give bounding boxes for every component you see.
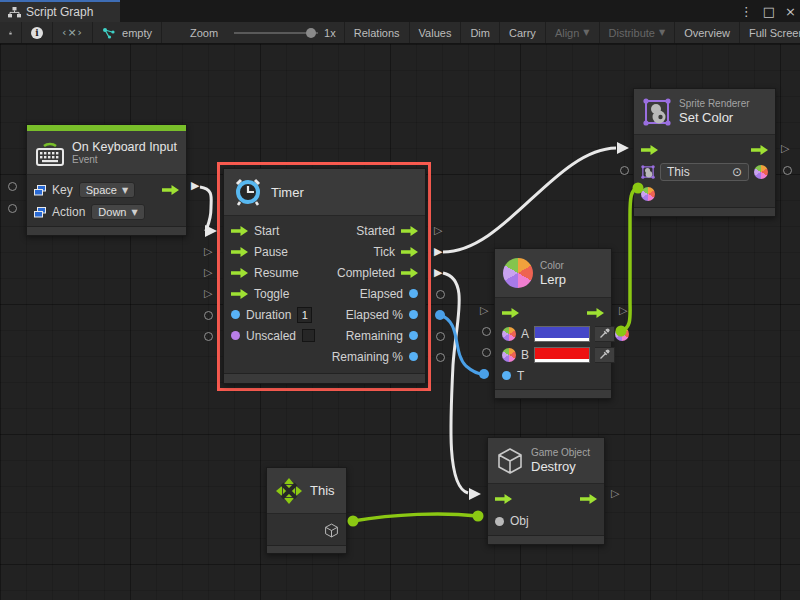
node-color-lerp[interactable]: Color Lerp A [494,248,612,399]
eyedropper-button[interactable] [595,326,615,342]
port-lerp-flow-in[interactable]: ▷ [480,306,488,316]
flow-input-arrow-icon [231,226,248,236]
port-timer-remainingpct-out[interactable] [436,353,445,362]
align-label: Align [555,27,579,39]
zoom-slider-handle[interactable] [306,28,316,38]
key-dropdown[interactable]: Space ▼ [79,182,135,198]
node-title: Lerp [540,272,566,287]
port-keyboard-key-in[interactable] [8,182,17,191]
distribute-label: Distribute [609,27,655,39]
destroy-flow-row [488,488,604,510]
node-on-keyboard-input[interactable]: On Keyboard Input Event Key Space ▼ [26,124,187,236]
lerp-t-row: T [495,365,611,386]
node-header[interactable]: Game Object Destroy [488,438,604,484]
unscaled-checkbox[interactable] [302,329,315,342]
timer-row-toggle-elapsed: Toggle Elapsed [224,283,425,304]
port-lerp-a-in[interactable] [482,327,491,336]
tab-script-graph[interactable]: Script Graph [0,0,120,22]
node-this[interactable]: This [266,467,347,554]
node-sprite-renderer-set-color[interactable]: Sprite Renderer Set Color This ⊙ [633,88,776,217]
flow-output-arrow-icon [401,268,418,278]
node-header[interactable]: Color Lerp [495,249,611,298]
maximize-icon[interactable]: □ [763,4,775,19]
node-title: This [310,483,335,498]
node-header[interactable]: Timer [224,169,425,216]
flow-output-arrow-icon [751,145,768,155]
overview-button[interactable]: Overview [675,22,740,43]
graph-name: empty [122,27,152,39]
node-footer [224,373,425,383]
node-game-object-destroy[interactable]: Game Object Destroy Obj [487,437,605,545]
node-category: Sprite Renderer [679,98,750,110]
flow-input-arrow-icon [231,268,248,278]
color-a-swatch [535,327,589,338]
variables-button[interactable]: ‹×› [53,22,93,43]
fullscreen-button[interactable]: Full Screen [740,22,800,43]
port-timer-unscaled-in[interactable] [204,332,213,341]
window-controls: ⋮ □ × [740,0,796,22]
node-header[interactable]: Sprite Renderer Set Color [634,89,775,135]
a-label: A [521,327,529,341]
dim-label: Dim [470,27,490,39]
node-footer [27,226,186,235]
action-label: Action [52,205,85,219]
values-label: Values [419,27,452,39]
elapsed-label: Elapsed [360,287,403,301]
port-keyboard-action-in[interactable] [8,204,17,213]
bool-port-icon [231,331,240,340]
port-timer-remaining-out[interactable] [436,332,445,341]
eyedropper-button[interactable] [595,347,615,363]
dim-button[interactable]: Dim [461,22,500,43]
start-label: Start [254,224,279,238]
info-icon: i [31,27,43,39]
port-timer-elapsed-out[interactable] [436,290,445,299]
port-timer-resume-in[interactable]: ▷ [204,268,212,278]
close-icon[interactable]: × [785,4,796,19]
lock-button[interactable] [0,22,22,43]
port-timer-tick-out[interactable]: ▶ [434,247,442,257]
port-sprite-result-out[interactable] [783,166,792,175]
values-button[interactable]: Values [410,22,462,43]
color-b-swatch [535,348,589,359]
graph-reference[interactable]: empty [93,22,162,43]
port-timer-completed-out[interactable]: ▶ [434,268,442,278]
port-timer-toggle-in[interactable]: ▷ [204,289,212,299]
node-title: Destroy [531,459,590,474]
caret-down-icon: ▼ [659,28,665,37]
resume-label: Resume [254,266,299,280]
port-destroy-flow-out[interactable]: ▷ [611,489,619,499]
color-b-field[interactable] [534,347,590,363]
port-timer-started-out[interactable]: ▷ [434,226,442,236]
port-timer-duration-in[interactable] [204,311,213,320]
menu-kebab-icon[interactable]: ⋮ [740,4,753,19]
node-footer [634,207,775,216]
port-sprite-flow-out[interactable]: ▷ [781,144,789,154]
duration-input[interactable]: 1 [297,307,312,323]
action-dropdown[interactable]: Down ▼ [91,204,144,220]
key-label: Key [52,183,73,197]
duration-label: Duration [246,308,291,322]
tab-title: Script Graph [26,5,93,19]
distribute-button[interactable]: Distribute ▼ [600,22,676,43]
port-lerp-flow-out[interactable]: ▷ [619,306,627,316]
target-object-field[interactable]: This ⊙ [660,163,749,181]
node-timer[interactable]: Timer Start Started Pause Tick Resume Co… [223,168,426,384]
node-header[interactable]: This [267,468,346,514]
relations-button[interactable]: Relations [345,22,410,43]
port-timer-pause-in[interactable]: ▷ [204,247,212,257]
object-picker-icon[interactable]: ⊙ [732,165,742,179]
carry-button[interactable]: Carry [500,22,546,43]
timer-row-start-started: Start Started [224,220,425,241]
align-button[interactable]: Align ▼ [546,22,600,43]
info-button[interactable]: i [22,22,53,43]
port-lerp-b-in[interactable] [482,348,491,357]
pause-label: Pause [254,245,288,259]
zoom-slider[interactable] [234,32,318,34]
port-keyboard-flow-out[interactable]: ▶ [191,181,199,191]
color-a-field[interactable] [534,326,590,342]
timer-row-remainingpct: Remaining % [224,346,425,367]
started-label: Started [356,224,395,238]
lerp-a-row: A [495,323,611,344]
node-header[interactable]: On Keyboard Input Event [27,131,186,175]
port-sprite-target-in[interactable] [620,166,629,175]
